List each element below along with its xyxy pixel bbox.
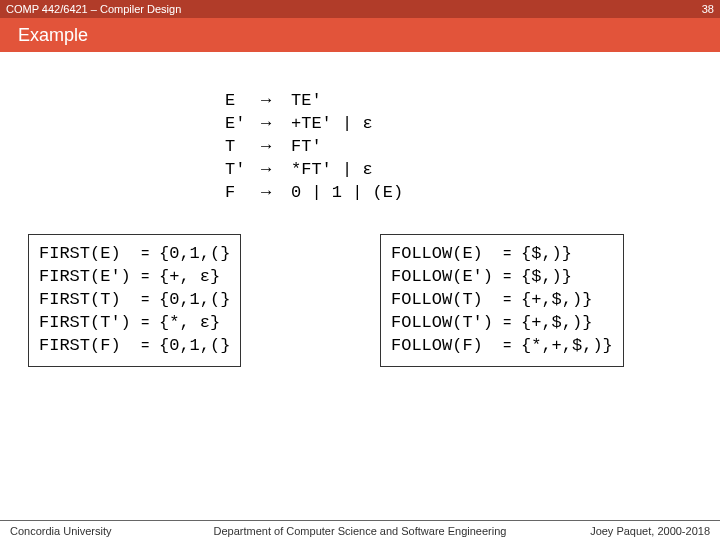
slide-title: Example	[18, 25, 88, 46]
first-sets-box: FIRST(E) FIRST(E') FIRST(T) FIRST(T') FI…	[28, 234, 241, 367]
grammar-rhs: TE' +TE' | ε FT' *FT' | ε 0 | 1 | (E)	[291, 90, 403, 205]
first-values: {0,1,(} {+, ε} {0,1,(} {*, ε} {0,1,(}	[159, 243, 230, 358]
follow-names: FOLLOW(E) FOLLOW(E') FOLLOW(T) FOLLOW(T'…	[391, 243, 503, 358]
grammar-lhs: E E' T T' F	[225, 90, 261, 205]
follow-values: {$,)} {$,)} {+,$,)} {+,$,)} {*,+,$,)}	[521, 243, 613, 358]
follow-sets-box: FOLLOW(E) FOLLOW(E') FOLLOW(T) FOLLOW(T'…	[380, 234, 624, 367]
grammar-block: E E' T T' F → → → → → TE' +TE' | ε FT' *…	[225, 90, 403, 205]
header-bar: COMP 442/6421 – Compiler Design 38	[0, 0, 720, 18]
follow-eq: = = = = =	[503, 243, 521, 358]
course-code: COMP 442/6421 – Compiler Design	[6, 3, 181, 15]
footer-center: Department of Computer Science and Softw…	[0, 525, 720, 537]
first-names: FIRST(E) FIRST(E') FIRST(T) FIRST(T') FI…	[39, 243, 141, 358]
page-number: 38	[702, 3, 714, 15]
footer: Concordia University Department of Compu…	[0, 520, 720, 540]
first-eq: = = = = =	[141, 243, 159, 358]
slide-title-bar: Example	[0, 18, 720, 52]
grammar-arrows: → → → → →	[261, 90, 291, 205]
